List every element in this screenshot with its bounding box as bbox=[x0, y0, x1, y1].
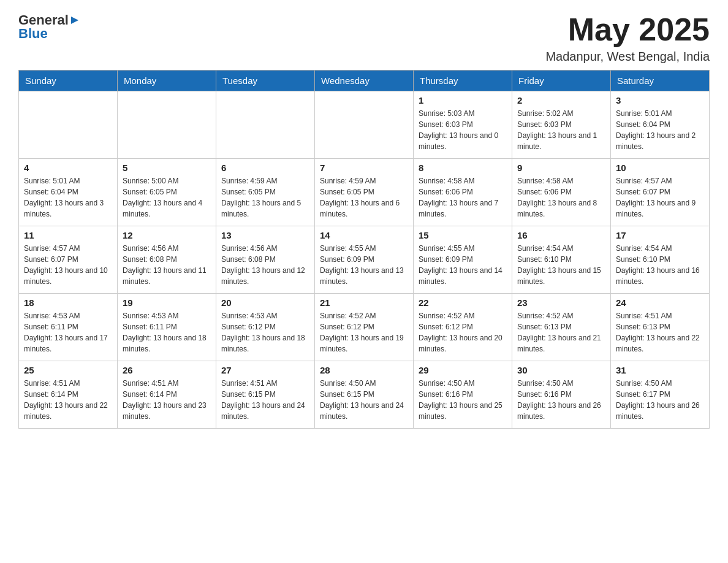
day-info: Sunrise: 5:03 AM Sunset: 6:03 PM Dayligh… bbox=[419, 108, 507, 152]
day-info: Sunrise: 4:59 AM Sunset: 6:05 PM Dayligh… bbox=[221, 175, 309, 220]
day-number: 5 bbox=[123, 163, 211, 173]
day-number: 28 bbox=[320, 365, 408, 375]
day-number: 3 bbox=[616, 95, 704, 105]
day-number: 7 bbox=[320, 163, 408, 173]
day-info: Sunrise: 4:58 AM Sunset: 6:06 PM Dayligh… bbox=[517, 175, 605, 220]
day-number: 21 bbox=[320, 297, 408, 308]
calendar-day-header: Saturday bbox=[611, 71, 710, 91]
day-info: Sunrise: 5:02 AM Sunset: 6:03 PM Dayligh… bbox=[517, 108, 605, 152]
calendar-day-cell: 16Sunrise: 4:54 AM Sunset: 6:10 PM Dayli… bbox=[512, 226, 611, 294]
day-number: 18 bbox=[24, 297, 112, 308]
month-title: May 2025 bbox=[545, 12, 710, 47]
day-info: Sunrise: 4:53 AM Sunset: 6:11 PM Dayligh… bbox=[24, 310, 112, 354]
logo-triangle-icon bbox=[70, 15, 80, 25]
day-info: Sunrise: 4:51 AM Sunset: 6:14 PM Dayligh… bbox=[123, 378, 211, 422]
day-number: 29 bbox=[419, 365, 507, 375]
calendar-day-cell: 3Sunrise: 5:01 AM Sunset: 6:04 PM Daylig… bbox=[611, 91, 710, 159]
day-info: Sunrise: 4:58 AM Sunset: 6:06 PM Dayligh… bbox=[419, 175, 507, 220]
day-number: 11 bbox=[24, 230, 112, 240]
day-info: Sunrise: 4:54 AM Sunset: 6:10 PM Dayligh… bbox=[616, 243, 704, 287]
day-number: 20 bbox=[221, 297, 309, 308]
day-number: 9 bbox=[517, 163, 605, 173]
day-number: 26 bbox=[123, 365, 211, 375]
svg-marker-0 bbox=[71, 17, 78, 24]
calendar-day-cell bbox=[315, 91, 414, 159]
day-number: 27 bbox=[221, 365, 309, 375]
day-number: 25 bbox=[24, 365, 112, 375]
calendar-day-header: Thursday bbox=[414, 71, 512, 91]
day-number: 22 bbox=[419, 297, 507, 308]
title-block: May 2025 Madanpur, West Bengal, India bbox=[545, 12, 710, 64]
calendar-day-cell: 19Sunrise: 4:53 AM Sunset: 6:11 PM Dayli… bbox=[118, 294, 216, 361]
logo: General Blue bbox=[18, 12, 80, 42]
calendar-day-cell bbox=[19, 91, 118, 159]
calendar-day-cell: 25Sunrise: 4:51 AM Sunset: 6:14 PM Dayli… bbox=[19, 361, 118, 429]
calendar-day-header: Sunday bbox=[19, 71, 118, 91]
day-info: Sunrise: 4:50 AM Sunset: 6:16 PM Dayligh… bbox=[517, 378, 605, 422]
calendar-day-cell: 6Sunrise: 4:59 AM Sunset: 6:05 PM Daylig… bbox=[216, 159, 315, 226]
calendar-day-header: Tuesday bbox=[216, 71, 315, 91]
calendar-day-cell bbox=[216, 91, 315, 159]
calendar-day-cell: 12Sunrise: 4:56 AM Sunset: 6:08 PM Dayli… bbox=[118, 226, 216, 294]
day-number: 30 bbox=[517, 365, 605, 375]
day-info: Sunrise: 5:01 AM Sunset: 6:04 PM Dayligh… bbox=[24, 175, 112, 220]
day-info: Sunrise: 4:59 AM Sunset: 6:05 PM Dayligh… bbox=[320, 175, 408, 220]
day-info: Sunrise: 4:57 AM Sunset: 6:07 PM Dayligh… bbox=[616, 175, 704, 220]
calendar-week-row: 18Sunrise: 4:53 AM Sunset: 6:11 PM Dayli… bbox=[19, 294, 710, 361]
day-info: Sunrise: 4:53 AM Sunset: 6:12 PM Dayligh… bbox=[221, 310, 309, 354]
day-info: Sunrise: 4:50 AM Sunset: 6:17 PM Dayligh… bbox=[616, 378, 704, 422]
day-number: 24 bbox=[616, 297, 704, 308]
calendar-day-cell: 24Sunrise: 4:51 AM Sunset: 6:13 PM Dayli… bbox=[611, 294, 710, 361]
day-info: Sunrise: 4:50 AM Sunset: 6:16 PM Dayligh… bbox=[419, 378, 507, 422]
page-header: General Blue May 2025 Madanpur, West Ben… bbox=[18, 12, 710, 64]
day-number: 15 bbox=[419, 230, 507, 240]
day-info: Sunrise: 4:55 AM Sunset: 6:09 PM Dayligh… bbox=[320, 243, 408, 287]
day-info: Sunrise: 4:56 AM Sunset: 6:08 PM Dayligh… bbox=[123, 243, 211, 287]
day-info: Sunrise: 4:51 AM Sunset: 6:15 PM Dayligh… bbox=[221, 378, 309, 422]
calendar-day-cell: 1Sunrise: 5:03 AM Sunset: 6:03 PM Daylig… bbox=[414, 91, 512, 159]
calendar-table: SundayMondayTuesdayWednesdayThursdayFrid… bbox=[18, 70, 710, 429]
calendar-day-header: Monday bbox=[118, 71, 216, 91]
day-number: 12 bbox=[123, 230, 211, 240]
day-info: Sunrise: 4:50 AM Sunset: 6:15 PM Dayligh… bbox=[320, 378, 408, 422]
calendar-day-cell: 9Sunrise: 4:58 AM Sunset: 6:06 PM Daylig… bbox=[512, 159, 611, 226]
calendar-day-cell: 5Sunrise: 5:00 AM Sunset: 6:05 PM Daylig… bbox=[118, 159, 216, 226]
calendar-week-row: 11Sunrise: 4:57 AM Sunset: 6:07 PM Dayli… bbox=[19, 226, 710, 294]
calendar-day-cell: 2Sunrise: 5:02 AM Sunset: 6:03 PM Daylig… bbox=[512, 91, 611, 159]
day-number: 31 bbox=[616, 365, 704, 375]
calendar-day-cell: 14Sunrise: 4:55 AM Sunset: 6:09 PM Dayli… bbox=[315, 226, 414, 294]
calendar-day-cell: 10Sunrise: 4:57 AM Sunset: 6:07 PM Dayli… bbox=[611, 159, 710, 226]
day-number: 23 bbox=[517, 297, 605, 308]
day-number: 16 bbox=[517, 230, 605, 240]
day-number: 10 bbox=[616, 163, 704, 173]
calendar-day-cell: 27Sunrise: 4:51 AM Sunset: 6:15 PM Dayli… bbox=[216, 361, 315, 429]
day-number: 8 bbox=[419, 163, 507, 173]
day-number: 1 bbox=[419, 95, 507, 105]
day-info: Sunrise: 4:51 AM Sunset: 6:14 PM Dayligh… bbox=[24, 378, 112, 422]
day-number: 6 bbox=[221, 163, 309, 173]
calendar-day-cell: 26Sunrise: 4:51 AM Sunset: 6:14 PM Dayli… bbox=[118, 361, 216, 429]
day-info: Sunrise: 4:52 AM Sunset: 6:12 PM Dayligh… bbox=[419, 310, 507, 354]
calendar-day-cell: 30Sunrise: 4:50 AM Sunset: 6:16 PM Dayli… bbox=[512, 361, 611, 429]
calendar-day-cell: 21Sunrise: 4:52 AM Sunset: 6:12 PM Dayli… bbox=[315, 294, 414, 361]
day-number: 19 bbox=[123, 297, 211, 308]
calendar-week-row: 4Sunrise: 5:01 AM Sunset: 6:04 PM Daylig… bbox=[19, 159, 710, 226]
calendar-day-cell: 17Sunrise: 4:54 AM Sunset: 6:10 PM Dayli… bbox=[611, 226, 710, 294]
calendar-day-cell: 15Sunrise: 4:55 AM Sunset: 6:09 PM Dayli… bbox=[414, 226, 512, 294]
calendar-day-cell: 11Sunrise: 4:57 AM Sunset: 6:07 PM Dayli… bbox=[19, 226, 118, 294]
day-info: Sunrise: 5:00 AM Sunset: 6:05 PM Dayligh… bbox=[123, 175, 211, 220]
day-info: Sunrise: 4:57 AM Sunset: 6:07 PM Dayligh… bbox=[24, 243, 112, 287]
day-number: 17 bbox=[616, 230, 704, 240]
day-info: Sunrise: 4:51 AM Sunset: 6:13 PM Dayligh… bbox=[616, 310, 704, 354]
calendar-day-cell: 22Sunrise: 4:52 AM Sunset: 6:12 PM Dayli… bbox=[414, 294, 512, 361]
calendar-day-cell bbox=[118, 91, 216, 159]
calendar-day-cell: 23Sunrise: 4:52 AM Sunset: 6:13 PM Dayli… bbox=[512, 294, 611, 361]
calendar-day-cell: 29Sunrise: 4:50 AM Sunset: 6:16 PM Dayli… bbox=[414, 361, 512, 429]
calendar-day-cell: 4Sunrise: 5:01 AM Sunset: 6:04 PM Daylig… bbox=[19, 159, 118, 226]
calendar-day-cell: 18Sunrise: 4:53 AM Sunset: 6:11 PM Dayli… bbox=[19, 294, 118, 361]
day-info: Sunrise: 4:52 AM Sunset: 6:13 PM Dayligh… bbox=[517, 310, 605, 354]
calendar-week-row: 1Sunrise: 5:03 AM Sunset: 6:03 PM Daylig… bbox=[19, 91, 710, 159]
day-info: Sunrise: 4:54 AM Sunset: 6:10 PM Dayligh… bbox=[517, 243, 605, 287]
day-number: 4 bbox=[24, 163, 112, 173]
day-number: 2 bbox=[517, 95, 605, 105]
